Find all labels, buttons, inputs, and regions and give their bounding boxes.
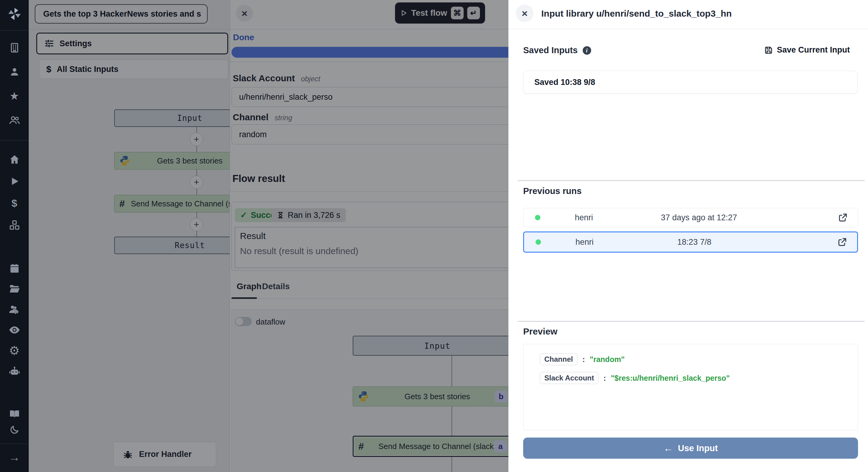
result-label: Result	[240, 231, 266, 241]
error-handler-node[interactable]: Error Handler	[113, 442, 216, 467]
cmd-key-icon: ⌘	[451, 7, 464, 19]
saved-inputs-heading-row: Saved Inputs i	[523, 45, 591, 55]
result-empty-text: No result (result is undefined)	[240, 246, 359, 256]
dataflow-toggle[interactable]	[235, 317, 252, 326]
sliders-icon	[44, 39, 54, 49]
star-icon[interactable]: ★	[0, 90, 29, 102]
workers-users-gear-icon[interactable]	[0, 304, 29, 315]
field-label-slack-account: Slack Account object	[233, 73, 320, 84]
slack-account-input[interactable]: u/henri/henri_slack_perso	[231, 87, 508, 107]
field-label-channel: Channel string	[233, 112, 292, 122]
section-divider	[518, 321, 865, 322]
add-step-button[interactable]: +	[190, 133, 203, 146]
flow-editor: Gets the top 3 HackerNews stories and s …	[29, 0, 230, 472]
graph-node-step2-selected[interactable]: # Send Message to Channel (slack) a	[353, 436, 508, 457]
close-icon: ×	[242, 7, 248, 19]
field-type: string	[274, 114, 292, 122]
graph-node-step1[interactable]: Gets 3 best stories b	[353, 386, 508, 406]
previous-runs-heading: Previous runs	[523, 186, 582, 196]
editor-node-result[interactable]: Result	[114, 237, 230, 254]
flow-title: Gets the top 3 HackerNews stories and s	[43, 9, 201, 19]
groups-icon[interactable]	[0, 114, 29, 126]
run-user: henri	[576, 238, 594, 247]
close-icon: ×	[522, 7, 528, 19]
preview-value: "random"	[590, 355, 624, 364]
run-time: 18:23 7/8	[677, 238, 711, 247]
use-input-button[interactable]: ← Use Input	[523, 438, 858, 459]
saved-input-item[interactable]: Saved 10:38 9/8	[523, 71, 858, 94]
audit-eye-icon[interactable]	[0, 324, 29, 336]
divider	[230, 62, 508, 62]
workspace-building-icon[interactable]	[0, 42, 29, 54]
hourglass-icon	[277, 211, 284, 219]
toggle-knob	[236, 318, 243, 325]
app-root: ★ $ ⚙	[0, 0, 868, 472]
dollar-sign-icon: $	[46, 64, 51, 74]
run-status-dot	[535, 215, 540, 220]
input-library-panel: × Input library u/henri/send_to_slack_to…	[508, 0, 868, 472]
editor-node-step1[interactable]: Gets 3 best stories	[114, 152, 230, 169]
error-handler-label: Error Handler	[139, 450, 192, 459]
bug-icon	[123, 449, 133, 460]
run-time: 37 days ago at 12:27	[661, 213, 737, 222]
preview-key: Channel	[540, 353, 578, 365]
save-current-input-button[interactable]: Save Current Input	[764, 45, 850, 55]
docs-book-icon[interactable]	[0, 408, 29, 420]
test-flow-button[interactable]: Test flow ⌘ ↵	[395, 2, 485, 24]
preview-heading: Preview	[523, 326, 557, 337]
windmill-logo[interactable]	[0, 7, 29, 21]
run-user: henri	[575, 213, 593, 222]
settings-label: Settings	[60, 39, 92, 49]
close-drawer-button[interactable]: ×	[236, 5, 253, 22]
user-icon[interactable]	[0, 66, 29, 78]
flow-result-heading: Flow result	[232, 173, 285, 184]
all-static-inputs-button[interactable]: $ All Static Inputs	[39, 60, 228, 79]
variables-dollar-icon[interactable]: $	[0, 197, 29, 209]
graph-node-input[interactable]: Input	[353, 336, 508, 356]
drawer-header-divider	[230, 29, 508, 29]
test-flow-drawer: × Test flow ⌘ ↵ Done Slack Account objec…	[230, 0, 508, 472]
step-id-badge: a	[494, 440, 507, 452]
flow-title-input[interactable]: Gets the top 3 HackerNews stories and s	[35, 4, 208, 24]
section-divider	[518, 180, 865, 181]
settings-gear-icon[interactable]: ⚙	[0, 344, 29, 356]
preview-entry: Channel : "random"	[540, 353, 625, 365]
flow-status-label: Done	[233, 33, 254, 42]
play-icon	[400, 9, 407, 17]
slack-icon: #	[359, 441, 364, 452]
preview-box: Channel : "random" Slack Account : "$res…	[523, 344, 858, 430]
close-panel-button[interactable]: ×	[516, 4, 533, 22]
previous-run-row-selected[interactable]: henri 18:23 7/8	[523, 231, 858, 253]
collapse-arrow-right-icon[interactable]: →	[0, 451, 29, 464]
channel-input[interactable]: random	[231, 125, 508, 145]
home-icon[interactable]	[0, 154, 29, 166]
dataflow-label: dataflow	[256, 317, 285, 327]
runs-play-icon[interactable]	[0, 175, 29, 187]
previous-run-row[interactable]: henri 37 days ago at 12:27	[523, 208, 858, 227]
folders-icon[interactable]	[0, 283, 29, 295]
add-step-button[interactable]: +	[190, 176, 203, 189]
tab-details[interactable]: Details	[262, 282, 290, 291]
flow-settings-button[interactable]: Settings	[36, 33, 228, 54]
slack-icon: #	[119, 198, 125, 210]
theme-moon-icon[interactable]	[0, 423, 29, 436]
ai-bot-icon[interactable]	[0, 366, 29, 378]
save-icon	[764, 45, 773, 55]
saved-inputs-heading: Saved Inputs	[523, 45, 578, 55]
sidebar-divider	[0, 444, 29, 444]
enter-key-icon: ↵	[467, 7, 480, 19]
editor-node-step2[interactable]: # Send Message to Channel (slack)	[114, 195, 230, 213]
external-link-icon[interactable]	[837, 237, 847, 247]
flow-progress-bar	[231, 47, 508, 58]
schedules-calendar-icon[interactable]	[0, 262, 29, 274]
external-link-icon[interactable]	[838, 213, 848, 223]
sidebar-divider	[0, 30, 29, 31]
panel-title: Input library u/henri/send_to_slack_top3…	[541, 8, 732, 19]
preview-key: Slack Account	[540, 372, 599, 384]
resources-boxes-icon[interactable]	[0, 219, 29, 231]
result-box: Result No result (result is undefined)	[235, 227, 508, 268]
tab-graph[interactable]: Graph	[237, 282, 261, 291]
sidebar-divider	[0, 140, 29, 140]
add-step-button[interactable]: +	[190, 218, 203, 231]
editor-node-input[interactable]: Input	[114, 109, 230, 127]
